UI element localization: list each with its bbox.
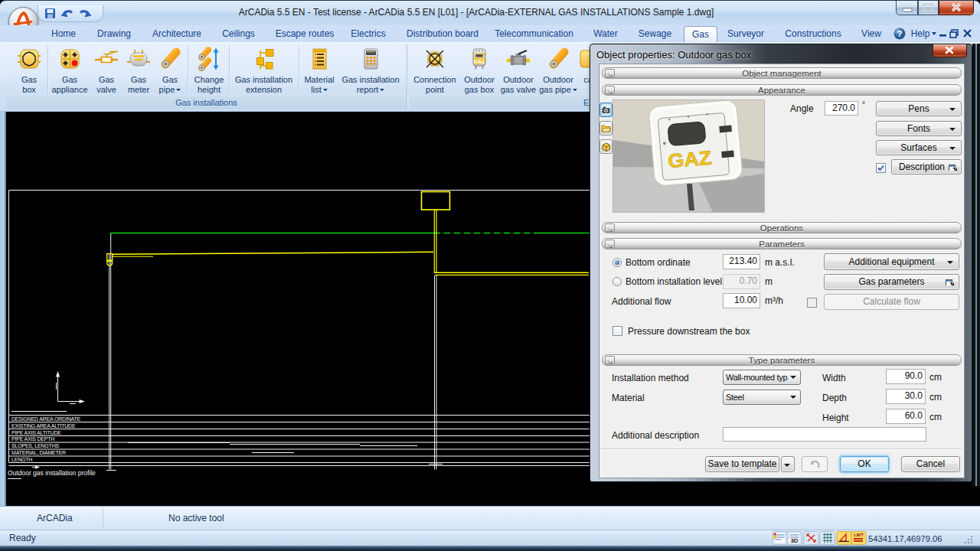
svg-text:54341.17,46979.06: 54341.17,46979.06 — [868, 534, 942, 543]
svg-text:EXISTING AREA ALTITUDE: EXISTING AREA ALTITUDE — [11, 423, 76, 429]
svg-text:PIPE AXIS DEPTH: PIPE AXIS DEPTH — [11, 436, 54, 442]
svg-text:Outdoor gas installation profi: Outdoor gas installation profile — [8, 469, 96, 477]
svg-text:SLOPES, LENGTHS: SLOPES, LENGTHS — [11, 443, 59, 448]
svg-text:LENGTH: LENGTH — [11, 457, 32, 462]
svg-text:PIPE AXIS ALTITUDE: PIPE AXIS ALTITUDE — [11, 430, 61, 435]
svg-text:3D: 3D — [790, 537, 798, 544]
svg-text:GAZ: GAZ — [667, 146, 712, 172]
svg-text:LWT: LWT — [854, 533, 864, 537]
svg-text:MATERIAL, DIAMETER: MATERIAL, DIAMETER — [11, 450, 66, 455]
svg-text:DESIGNED AREA ORDINATE: DESIGNED AREA ORDINATE — [11, 416, 81, 422]
